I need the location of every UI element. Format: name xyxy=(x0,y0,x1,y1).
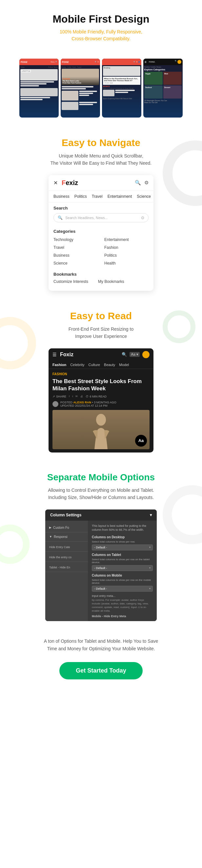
section-read: Easy to Read Front-End Font Size Resizin… xyxy=(0,297,202,459)
columns-mobile-select[interactable]: - Default - ▾ xyxy=(92,586,153,592)
get-started-button[interactable]: Get Started Today xyxy=(59,662,143,679)
cta-description: A ton of Options for Tablet and Mobile. … xyxy=(10,638,192,652)
nav-celebrity[interactable]: Celebrity xyxy=(70,363,84,367)
responsive-item[interactable]: ▼ Responsi xyxy=(45,532,88,541)
menu-close-icon[interactable]: ✕ xyxy=(54,180,58,186)
cat-science2[interactable]: Science xyxy=(54,260,98,267)
screenshot-3: FOXIZ. 🔍 ☰ 👤 Breaking What Is the Presid… xyxy=(102,59,141,118)
menu-top-categories: Business Politics Travel Entertainment S… xyxy=(49,191,153,203)
section-options: Separate Mobile Options Allowing to Cont… xyxy=(0,459,202,628)
menu-bookmarks-section: Bookmarks Customize Interests My Bookmar… xyxy=(49,270,153,286)
section3-title: Easy to Read xyxy=(10,310,192,321)
section1-title: Mobile First Design xyxy=(10,13,192,25)
cat-business2[interactable]: Business xyxy=(54,252,98,259)
search-icon[interactable]: 🔍 xyxy=(135,180,141,186)
cat-fashion[interactable]: Fashion xyxy=(104,244,148,251)
section4-title: Separate Mobile Options xyxy=(10,472,192,483)
input-entry-label: Input entry meta... xyxy=(92,594,153,597)
cat-technology[interactable]: Technology xyxy=(54,237,98,243)
share-button[interactable]: ↗ SHARE xyxy=(53,395,66,398)
mobile-hide-entry-label: Mobile - Hide Entry Meta xyxy=(92,615,153,618)
section-mobile-first: Mobile First Design 100% Mobile Friendly… xyxy=(0,0,202,52)
hide-entry-item[interactable]: Hide the entry co xyxy=(45,552,88,562)
article-author-row: POSTED ALEXIS RAN • 3 MONTHS AGO UPDATED… xyxy=(53,401,149,407)
screenshots-row: FOXIZ Menu 🔍 Today Follow News LIFESTYLE xyxy=(0,52,202,124)
columns-mobile-value: - Default - xyxy=(94,587,107,590)
hamburger-icon[interactable]: ☰ xyxy=(53,352,57,357)
my-bookmarks[interactable]: My Bookmarks xyxy=(98,279,124,284)
columns-tablet-value: - Default - xyxy=(94,566,107,570)
search-icon[interactable]: 🔍 xyxy=(122,352,127,357)
menu-categories-section: Categories Technology Entertainment Trav… xyxy=(49,226,153,270)
posted-label: POSTED xyxy=(60,401,74,404)
settings-icon[interactable]: ⚙ xyxy=(144,180,148,186)
font-size-button[interactable]: Aa ▾ xyxy=(129,352,140,357)
hide-entry-cate-label: Hide Entry Cate xyxy=(49,546,70,549)
article-mockup: ☰ Foxiz 🔍 Aa ▾ Fashion Celebrity Culture… xyxy=(49,348,153,453)
menu-logo: Fexiz xyxy=(62,179,78,187)
cat-business[interactable]: Business xyxy=(54,194,69,199)
article-body: FASHION The Best Street Style Looks From… xyxy=(49,369,153,453)
columns-mobile-row: Columns on Mobile Select total columns t… xyxy=(92,574,153,592)
cat-health[interactable]: Health xyxy=(104,260,148,267)
section-navigate: Easy to Navigate Unique Mobile Menu and … xyxy=(0,124,202,297)
search-box-icon: 🔍 xyxy=(58,215,63,220)
author-name: ALEXIS RAN xyxy=(74,401,91,404)
columns-tablet-label: Columns on Tablet xyxy=(92,553,153,557)
updated-date: 2022/01/24 AT 12:14 PM xyxy=(75,404,108,407)
custom-fo-text: Custom Fo xyxy=(53,526,69,529)
search-settings-icon[interactable]: ⊙ xyxy=(141,215,144,220)
categories-label: Categories xyxy=(54,229,148,234)
share-icon: ↗ xyxy=(53,395,55,398)
search-box[interactable]: 🔍 Search Headlines, News... ⊙ xyxy=(54,213,148,222)
cat-entertainment2[interactable]: Entertainment xyxy=(104,237,148,243)
cat-entertainment[interactable]: Entertainment xyxy=(108,194,132,199)
customize-interests[interactable]: Customize Interests xyxy=(54,279,88,284)
categories-grid: Technology Entertainment Travel Fashion … xyxy=(54,237,148,267)
hide-entry-label: Hide the entry co xyxy=(49,556,71,559)
user-avatar[interactable] xyxy=(142,351,149,358)
author-avatar xyxy=(53,401,58,407)
select-arrow-icon3: ▾ xyxy=(149,587,150,590)
cat-politics2[interactable]: Politics xyxy=(104,252,148,259)
tablet-hide-item[interactable]: Tablet - Hide En xyxy=(45,562,88,572)
columns-desktop-label: Columns on Desktop xyxy=(92,535,153,539)
logo-f: F xyxy=(62,179,65,186)
hide-entry-cate-item[interactable]: Hide Entry Cate xyxy=(45,541,88,552)
woman-silhouette xyxy=(88,413,114,449)
cat-travel2[interactable]: Travel xyxy=(54,244,98,251)
cat-travel[interactable]: Travel xyxy=(92,194,103,199)
author-info: POSTED ALEXIS RAN • 3 MONTHS AGO UPDATED… xyxy=(60,401,116,407)
columns-desktop-desc: Select total columns to show per row. xyxy=(92,540,153,543)
screenshot-4: ☰ FOXIZ. 🔍 Breakfast Cocktails Recipes E… xyxy=(143,59,183,118)
article-icons: 🔍 Aa ▾ xyxy=(122,351,149,358)
read-time: ⏱ 6 MIN READ xyxy=(86,395,107,398)
input-entry-desc: by comma. For example: avatar, author Ke… xyxy=(92,598,153,613)
section4-desc: Allowing to Control Everything on Mobile… xyxy=(10,487,192,501)
nav-model[interactable]: Model xyxy=(119,363,129,367)
article-category: FASHION xyxy=(53,372,149,376)
columns-desktop-select[interactable]: - Default - ▾ xyxy=(92,545,153,550)
columns-tablet-select[interactable]: - Default - ▾ xyxy=(92,565,153,571)
columns-mobile-desc: Select total columns to show per row on … xyxy=(92,579,153,585)
nav-fashion[interactable]: Fashion xyxy=(53,363,66,367)
font-size-indicator[interactable]: Aa xyxy=(135,435,147,446)
search-label: Search xyxy=(54,206,148,211)
columns-desktop-row: Columns on Desktop Select total columns … xyxy=(92,535,153,550)
cat-politics[interactable]: Politics xyxy=(75,194,87,199)
share-label: SHARE xyxy=(56,395,66,398)
screenshot-2: FOXIZ 🔍 ☰ Categ Celeb Fash Travel FASHIO… xyxy=(61,59,100,118)
custom-fo-item[interactable]: ▶ Custom Fo xyxy=(45,523,88,532)
article-image: Aa xyxy=(53,410,149,449)
article-meta: ↗ SHARE f t ✉ 🖨 ⏱ 6 MIN READ xyxy=(53,395,149,398)
collapse-arrow-icon[interactable]: ▾ xyxy=(150,513,152,517)
columns-tablet-desc: Select total columns to show per row on … xyxy=(92,558,153,564)
input-entry-row: Input entry meta... by comma. For exampl… xyxy=(92,594,153,613)
cat-science[interactable]: Science xyxy=(137,194,151,199)
responsive-arrow-icon: ▼ xyxy=(49,535,52,538)
nav-beauty[interactable]: Beauty xyxy=(104,363,115,367)
article-nav: Fashion Celebrity Culture Beauty Model xyxy=(49,361,153,369)
clock-icon: ⏱ xyxy=(86,395,89,398)
search-input[interactable]: Search Headlines, News... xyxy=(65,216,138,220)
nav-culture[interactable]: Culture xyxy=(89,363,100,367)
